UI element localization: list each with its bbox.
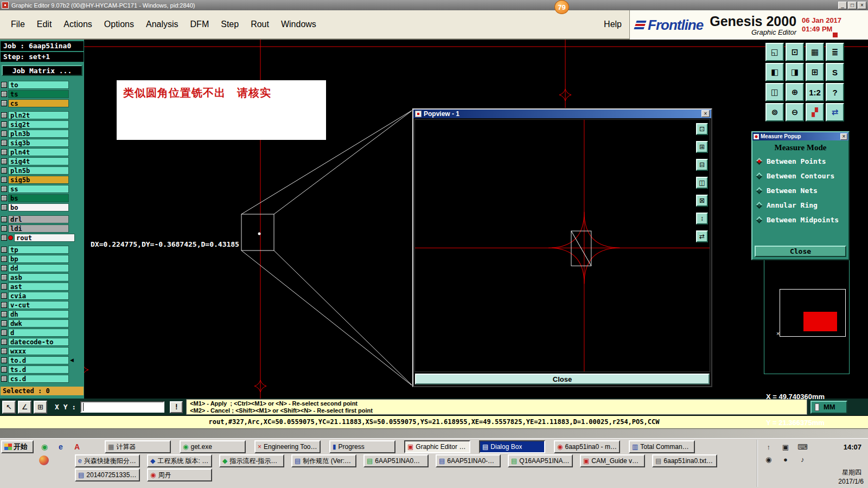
popview-zoom-out-icon[interactable]: ⊟ — [696, 159, 708, 171]
layer-row[interactable]: bp — [0, 254, 84, 264]
layer-row[interactable]: wxxx — [0, 346, 84, 356]
layer-checkbox[interactable] — [1, 265, 7, 271]
layer-row[interactable]: to — [0, 80, 84, 89]
grid-edit-icon[interactable]: ▦ — [806, 43, 824, 61]
layer-checkbox[interactable] — [1, 367, 7, 373]
layer-name[interactable]: ldi — [8, 224, 69, 233]
layer-row[interactable]: sig2t — [0, 120, 84, 129]
layer-row[interactable]: drl — [0, 215, 84, 224]
menu-item[interactable]: Edit — [35, 18, 54, 30]
layer-row[interactable]: sig4t — [0, 157, 84, 166]
coordinate-input[interactable] — [80, 401, 164, 413]
popview-close-view-icon[interactable]: ⊠ — [696, 195, 708, 207]
layer-row[interactable]: ss — [0, 184, 84, 194]
overview-panel[interactable] — [764, 247, 850, 374]
layer-name[interactable]: asb — [8, 273, 69, 281]
taskbar-button[interactable]: ▤20140725133541655.rtf... — [75, 468, 140, 481]
layer-name[interactable]: d — [8, 329, 69, 337]
taskbar-button[interactable]: ◉6aap51ina0 - main_qa — [554, 440, 620, 453]
alert-button[interactable]: ! — [170, 401, 183, 413]
tray-icon[interactable]: ♪ — [796, 455, 809, 464]
measure-close-icon[interactable]: × — [840, 133, 847, 140]
layer-row[interactable]: d — [0, 328, 84, 337]
layer-checkbox[interactable] — [1, 140, 7, 146]
layer-name[interactable]: sig2t — [8, 120, 69, 129]
tray-icon[interactable]: ▣ — [779, 443, 792, 451]
layer-name[interactable]: dwk — [8, 319, 69, 328]
menu-item[interactable]: Rout — [248, 18, 271, 30]
layer-name[interactable]: ast — [8, 282, 69, 291]
taskbar-button[interactable]: ×Engineering Toolkit 9.... — [254, 440, 321, 453]
close-button[interactable]: × — [858, 2, 866, 9]
measure-titlebar[interactable]: Measure Popup × — [752, 132, 848, 140]
screen-icon[interactable]: ⊡ — [786, 43, 804, 61]
layer-checkbox[interactable] — [1, 284, 7, 290]
layer-name[interactable]: pln5b — [8, 166, 69, 175]
layer-row[interactable]: cs.d — [0, 374, 84, 383]
measure-option[interactable]: Between Points — [757, 156, 844, 166]
job-matrix-button[interactable]: Job Matrix ... — [2, 65, 82, 76]
layer-checkbox[interactable] — [1, 274, 7, 280]
taskbar-button[interactable]: ◆指示流程-指示检查... — [219, 454, 284, 467]
menu-item[interactable]: Step — [219, 18, 241, 30]
swap-layers-icon[interactable]: ⇄ — [826, 103, 844, 121]
tray-icon[interactable]: ⌨ — [796, 443, 809, 451]
layer-row[interactable]: dh — [0, 310, 84, 319]
menu-item[interactable]: File — [9, 18, 27, 30]
measure-option[interactable]: Between Midpoints — [757, 214, 844, 225]
menu-item[interactable]: DFM — [188, 18, 212, 30]
palette-icon[interactable]: ▞ — [806, 103, 824, 121]
measure-option[interactable]: Between Nets — [757, 185, 844, 196]
layer-row[interactable]: to.d — [0, 356, 84, 365]
layer-row[interactable]: bs — [0, 194, 84, 203]
list-icon[interactable]: ≣ — [826, 43, 844, 61]
taskbar-button[interactable]: ▣Graphic Editor 9.07... — [404, 440, 470, 453]
layer-row[interactable]: tp — [0, 245, 84, 254]
taskbar-button[interactable]: ▤6aap51ina0.txt - 记.... — [652, 454, 717, 467]
layer-row[interactable]: pln3b — [0, 129, 84, 138]
popview-zoom-in-icon[interactable]: ⊞ — [696, 141, 708, 153]
popview-swap-icon[interactable]: ⇄ — [696, 230, 708, 242]
popview-close-icon[interactable]: × — [701, 110, 710, 117]
layer-row[interactable]: pln5b — [0, 166, 84, 175]
layer-row[interactable]: dd — [0, 264, 84, 273]
layer-name[interactable]: datecode-to — [8, 338, 69, 346]
layer-checkbox[interactable] — [1, 177, 7, 183]
layer-checkbox[interactable] — [1, 131, 7, 137]
measure-option[interactable]: Annular Ring — [757, 200, 844, 210]
layer-name[interactable]: dh — [8, 310, 69, 318]
split-view-icon[interactable]: ◫ — [765, 83, 784, 101]
layer-name[interactable]: sig3b — [8, 139, 69, 147]
layer-name[interactable]: sig4t — [8, 157, 69, 165]
measure-close-button[interactable]: Close — [755, 246, 846, 257]
popview-split-icon[interactable]: ◫ — [696, 177, 708, 189]
launcher-flower-icon[interactable] — [39, 455, 49, 465]
layer-row[interactable]: bo — [0, 203, 84, 212]
taskbar-button[interactable]: ▣CAM_Guide v2.75 — [580, 454, 645, 467]
layer-name[interactable]: drl — [8, 215, 69, 223]
measure-option[interactable]: Between Contours — [757, 170, 844, 181]
taskbar-button[interactable]: e兴森快捷衡阳分公... — [75, 454, 140, 467]
layer-checkbox[interactable] — [1, 293, 7, 299]
layer-checkbox[interactable] — [1, 302, 7, 308]
layer-name[interactable]: wxxx — [8, 347, 69, 355]
layer-checkbox[interactable] — [1, 339, 7, 345]
snap-icon[interactable]: S — [826, 63, 844, 81]
start-button[interactable]: 开始 — [1, 440, 34, 453]
zoom-window-icon[interactable]: ◱ — [765, 43, 784, 61]
menu-item[interactable]: Analysis — [144, 18, 181, 30]
taskbar-button[interactable]: ▮Progress — [329, 440, 395, 453]
layer-name[interactable]: cvia — [8, 292, 69, 300]
layer-row[interactable]: rout — [0, 233, 84, 242]
layer-checkbox[interactable] — [1, 320, 7, 326]
menu-item-help[interactable]: Help — [602, 18, 624, 30]
layer-checkbox[interactable] — [1, 82, 7, 88]
angle-tool-icon[interactable]: ∠ — [18, 401, 31, 414]
minimize-button[interactable]: _ — [838, 2, 847, 9]
layer-checkbox[interactable] — [1, 256, 7, 262]
taskbar-button[interactable]: ▥Total Commander 7.0 ... — [629, 440, 695, 453]
layer-name[interactable]: tp — [8, 246, 69, 254]
layer-checkbox[interactable] — [1, 247, 7, 253]
layer-row[interactable]: v-cut — [0, 300, 84, 310]
layer-name[interactable]: rout — [14, 234, 75, 242]
